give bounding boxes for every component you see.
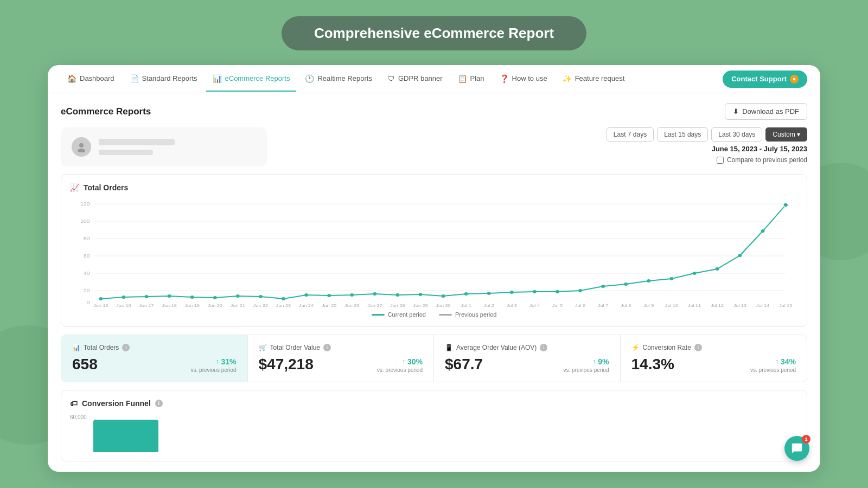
svg-point-36 bbox=[578, 289, 582, 292]
svg-point-16 bbox=[122, 296, 126, 299]
period-btn-custom[interactable]: Custom ▾ bbox=[765, 127, 807, 142]
stat-label-text-aov: Average Order Value (AOV) bbox=[456, 344, 537, 351]
content-header: eCommerce Reports ⬇ Download as PDF bbox=[61, 103, 807, 120]
stat-change-label-conversion-rate: vs. previous period bbox=[750, 367, 796, 373]
funnel-info-icon[interactable]: i bbox=[155, 400, 163, 407]
svg-point-41 bbox=[693, 272, 697, 275]
skeleton-name bbox=[99, 139, 175, 145]
stat-value-aov: $67.7 bbox=[445, 356, 483, 373]
nav-icon-how-to-use: ❓ bbox=[500, 74, 509, 83]
stat-pct-total-orders: ↑ 31% bbox=[215, 357, 236, 366]
stat-change-label-aov: vs. previous period bbox=[564, 367, 609, 373]
svg-point-25 bbox=[327, 294, 331, 297]
svg-point-33 bbox=[510, 291, 514, 294]
date-range: June 15, 2023 - July 15, 2023 bbox=[712, 145, 807, 153]
svg-text:100: 100 bbox=[80, 219, 90, 224]
stat-info-aov[interactable]: i bbox=[540, 344, 547, 351]
svg-point-32 bbox=[487, 292, 491, 295]
svg-text:Jun 24: Jun 24 bbox=[299, 303, 314, 308]
svg-text:Jun 19: Jun 19 bbox=[185, 303, 200, 308]
stat-change-label-total-orders: vs. previous period bbox=[191, 367, 237, 373]
nav-item-ecommerce-reports[interactable]: 📊eCommerce Reports bbox=[206, 67, 297, 92]
user-card bbox=[61, 127, 267, 166]
period-btn-30days[interactable]: Last 30 days bbox=[711, 127, 762, 142]
nav-item-realtime-reports[interactable]: 🕐Realtime Reports bbox=[298, 67, 378, 92]
legend-current: Current period bbox=[372, 311, 426, 318]
nav-item-standard-reports[interactable]: 📄Standard Reports bbox=[123, 67, 204, 92]
stat-icon-aov: 📱 bbox=[445, 344, 453, 351]
stat-arrow-total-order-value: ↑ bbox=[402, 358, 405, 365]
svg-point-26 bbox=[350, 293, 354, 297]
stat-arrow-total-orders: ↑ bbox=[215, 358, 219, 365]
nav-item-feature-request[interactable]: ✨Feature request bbox=[556, 67, 631, 92]
svg-text:60: 60 bbox=[84, 253, 90, 259]
period-btn-7days[interactable]: Last 7 days bbox=[607, 127, 654, 142]
total-orders-chart-card: 📈 Total Orders 120 100 80 60 4 bbox=[61, 174, 807, 327]
stat-label-text-total-order-value: Total Order Value bbox=[270, 344, 321, 351]
stat-label-conversion-rate: ⚡ Conversion Rate i bbox=[631, 344, 796, 351]
stat-change-total-order-value: ↑ 30% vs. previous period bbox=[377, 357, 423, 373]
nav-icon-plan: 📋 bbox=[458, 74, 467, 83]
stat-change-aov: ↑ 9% vs. previous period bbox=[564, 357, 609, 373]
svg-text:Jul 6: Jul 6 bbox=[575, 303, 585, 308]
content-title: eCommerce Reports bbox=[61, 106, 151, 117]
nav-label-dashboard: Dashboard bbox=[80, 74, 114, 82]
stat-card-conversion-rate: ⚡ Conversion Rate i 14.3% ↑ 34% vs. prev… bbox=[621, 335, 807, 382]
svg-point-31 bbox=[464, 292, 468, 296]
nav-item-dashboard[interactable]: 🏠Dashboard bbox=[61, 67, 121, 92]
nav-icon-ecommerce-reports: 📊 bbox=[213, 74, 222, 83]
stat-value-row-total-orders: 658 ↑ 31% vs. previous period bbox=[72, 356, 237, 373]
nav-icon-feature-request: ✨ bbox=[563, 74, 572, 83]
stat-info-conversion-rate[interactable]: i bbox=[694, 344, 702, 351]
nav-item-gdpr-banner[interactable]: 🛡GDPR banner bbox=[381, 67, 449, 92]
user-info bbox=[99, 139, 175, 155]
svg-point-1 bbox=[78, 149, 85, 152]
chat-icon bbox=[791, 442, 803, 454]
stat-info-total-order-value[interactable]: i bbox=[323, 344, 331, 351]
svg-text:Jul 3: Jul 3 bbox=[507, 303, 517, 308]
svg-point-39 bbox=[647, 279, 650, 282]
nav-item-plan[interactable]: 📋Plan bbox=[451, 67, 491, 92]
funnel-icon: 🏷 bbox=[70, 399, 78, 408]
funnel-title-label: Conversion Funnel bbox=[82, 399, 151, 408]
contact-support-badge: ● bbox=[790, 75, 799, 84]
stat-label-total-order-value: 🛒 Total Order Value i bbox=[259, 344, 423, 351]
svg-text:Jun 25: Jun 25 bbox=[322, 303, 337, 308]
conversion-funnel-card: 🏷 Conversion Funnel i 60,000 bbox=[61, 390, 807, 461]
nav-items: 🏠Dashboard📄Standard Reports📊eCommerce Re… bbox=[61, 67, 723, 92]
svg-point-35 bbox=[556, 290, 559, 293]
stat-change-conversion-rate: ↑ 34% vs. previous period bbox=[750, 357, 796, 373]
nav-item-how-to-use[interactable]: ❓How to use bbox=[493, 67, 554, 92]
nav-label-how-to-use: How to use bbox=[512, 74, 547, 82]
stat-card-aov: 📱 Average Order Value (AOV) i $67.7 ↑ 9%… bbox=[434, 335, 621, 382]
svg-text:Jun 16: Jun 16 bbox=[116, 303, 131, 308]
download-label: Download as PDF bbox=[742, 107, 799, 115]
svg-text:Jul 15: Jul 15 bbox=[779, 303, 792, 308]
legend-current-dot bbox=[372, 314, 385, 316]
svg-point-42 bbox=[716, 267, 719, 271]
svg-text:Jun 26: Jun 26 bbox=[344, 303, 360, 308]
svg-point-28 bbox=[395, 293, 399, 297]
stat-pct-conversion-rate: ↑ 34% bbox=[775, 357, 796, 366]
period-btn-15days[interactable]: Last 15 days bbox=[657, 127, 708, 142]
stat-label-aov: 📱 Average Order Value (AOV) i bbox=[445, 344, 609, 351]
nav-label-ecommerce-reports: eCommerce Reports bbox=[225, 74, 290, 82]
legend-previous: Previous period bbox=[439, 311, 496, 318]
nav-label-standard-reports: Standard Reports bbox=[142, 74, 197, 82]
nav-icon-realtime-reports: 🕐 bbox=[305, 74, 314, 83]
svg-point-19 bbox=[190, 296, 194, 299]
compare-checkbox[interactable] bbox=[717, 157, 724, 164]
svg-point-22 bbox=[259, 295, 263, 298]
contact-support-button[interactable]: Contact Support ● bbox=[723, 70, 807, 88]
svg-text:Jul 14: Jul 14 bbox=[756, 303, 769, 308]
download-pdf-button[interactable]: ⬇ Download as PDF bbox=[725, 103, 807, 120]
funnel-bar-area: 60,000 bbox=[70, 414, 798, 452]
stat-info-total-orders[interactable]: i bbox=[122, 344, 130, 351]
legend-current-label: Current period bbox=[388, 311, 426, 318]
svg-point-17 bbox=[145, 295, 149, 298]
avatar bbox=[72, 137, 91, 157]
svg-point-23 bbox=[282, 297, 285, 300]
chat-button[interactable]: 1 bbox=[784, 436, 809, 461]
stat-value-row-conversion-rate: 14.3% ↑ 34% vs. previous period bbox=[631, 356, 796, 373]
stat-change-total-orders: ↑ 31% vs. previous period bbox=[191, 357, 237, 373]
